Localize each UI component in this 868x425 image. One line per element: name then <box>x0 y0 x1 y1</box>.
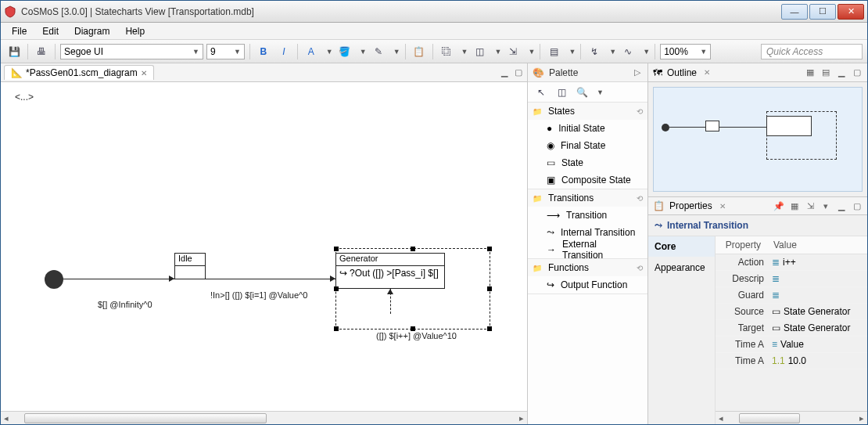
cursor-tool-icon[interactable]: ↖ <box>533 84 550 101</box>
chevron-down-icon[interactable]: ▼ <box>326 48 333 56</box>
prop-row-action[interactable]: Action≣i++ <box>716 254 867 271</box>
quick-access-input[interactable]: Quick Access <box>761 44 863 59</box>
palette-item-external-transition[interactable]: →External Transition <box>528 241 647 258</box>
fontsize-input[interactable] <box>210 46 231 57</box>
fontcolor-button[interactable]: A <box>303 43 320 60</box>
diagram-canvas[interactable]: <...> $[] @Infinity^0 Idle !In>[] ([]) $… <box>1 82 527 411</box>
line-style-button[interactable]: ∿ <box>619 43 637 60</box>
editor-tab[interactable]: 📐 *PassGen01.scm_diagram ✕ <box>4 65 154 80</box>
palette-group-functions[interactable]: 📁 Functions ⟲ <box>528 259 647 276</box>
chevron-down-icon[interactable]: ▼ <box>360 48 367 56</box>
palette-item-output-function[interactable]: ↪Output Function <box>528 276 647 294</box>
view-menu-icon[interactable]: ▾ <box>820 200 831 211</box>
layout-button[interactable]: ⿻ <box>438 43 455 60</box>
final-state-icon: ◉ <box>547 140 554 151</box>
scroll-thumb[interactable] <box>739 413 800 423</box>
edge-idle-generator[interactable] <box>206 279 335 279</box>
edge-initial-idle[interactable] <box>63 279 174 279</box>
maximize-view-icon[interactable]: ▢ <box>852 67 863 78</box>
outline-mode-icon[interactable]: ▦ <box>805 67 816 78</box>
palette-collapse-icon[interactable]: ▷ <box>632 67 643 78</box>
pin-icon[interactable]: 📌 <box>773 200 784 211</box>
copy-appearance-button[interactable]: 📋 <box>411 43 428 60</box>
prop-tab-core[interactable]: Core <box>648 236 715 258</box>
prop-row-source[interactable]: Source▭State Generator <box>716 304 867 320</box>
prop-row-time-a-type[interactable]: Time A≡Value <box>716 337 867 353</box>
font-select[interactable]: ▼ <box>60 44 203 59</box>
properties-scrollbar[interactable]: ◂ ▸ <box>716 411 867 424</box>
state-idle[interactable]: Idle <box>174 253 206 279</box>
zoom-tool-icon[interactable]: 🔍 <box>573 84 590 101</box>
minimize-view-icon[interactable]: ▁ <box>836 67 847 78</box>
prop-row-guard[interactable]: Guard≣ <box>716 287 867 304</box>
arrow-icon <box>330 276 335 282</box>
chevron-down-icon[interactable]: ▼ <box>234 48 241 56</box>
prop-row-time-a-value[interactable]: Time A1.110.0 <box>716 353 867 369</box>
chevron-down-icon[interactable]: ▼ <box>609 48 616 56</box>
fillcolor-button[interactable]: 🪣 <box>336 43 353 60</box>
menu-help[interactable]: Help <box>119 24 151 38</box>
align-button[interactable]: ▤ <box>545 43 562 60</box>
select-button[interactable]: ◫ <box>472 43 489 60</box>
initial-state-node[interactable] <box>45 270 63 289</box>
close-tab-icon[interactable]: ✕ <box>701 67 712 78</box>
chevron-down-icon[interactable]: ▼ <box>569 48 576 56</box>
chevron-down-icon[interactable]: ▼ <box>597 88 604 96</box>
close-button[interactable]: ✕ <box>838 4 864 20</box>
font-input[interactable] <box>64 46 189 57</box>
palette-item-final-state[interactable]: ◉Final State <box>528 137 647 154</box>
italic-button[interactable]: I <box>275 43 292 60</box>
menu-edit[interactable]: Edit <box>36 24 65 38</box>
maximize-view-icon[interactable]: ▢ <box>513 67 524 78</box>
maximize-view-icon[interactable]: ▢ <box>852 200 863 211</box>
scroll-right-icon[interactable]: ▸ <box>856 412 867 423</box>
categories-icon[interactable]: ▦ <box>789 200 800 211</box>
prop-row-description[interactable]: Descrip≣ <box>716 271 867 287</box>
scroll-right-icon[interactable]: ▸ <box>516 412 527 423</box>
arrange-button[interactable]: ⇲ <box>504 43 522 60</box>
palette-group-transitions[interactable]: 📁 Transitions ⟲ <box>528 189 647 207</box>
save-icon[interactable]: 💾 <box>5 43 23 60</box>
palette-item-initial-state[interactable]: ●Initial State <box>528 120 647 137</box>
maximize-button[interactable]: ☐ <box>809 4 836 20</box>
text-value-icon: ≣ <box>772 257 780 268</box>
palette-item-transition[interactable]: ⟶Transition <box>528 207 647 224</box>
menu-file[interactable]: File <box>5 24 33 38</box>
chevron-down-icon[interactable]: ▼ <box>495 48 502 56</box>
minimize-button[interactable]: — <box>781 4 808 20</box>
zoom-select[interactable]: ▼ <box>660 44 711 59</box>
minimize-view-icon[interactable]: ▁ <box>499 67 510 78</box>
scroll-left-icon[interactable]: ◂ <box>716 412 726 423</box>
pin-icon[interactable]: ⟲ <box>637 194 643 203</box>
scroll-thumb[interactable] <box>24 413 267 423</box>
zoom-input[interactable] <box>664 46 697 57</box>
palette-item-state[interactable]: ▭State <box>528 154 647 171</box>
router-button[interactable]: ↯ <box>586 43 603 60</box>
chevron-down-icon[interactable]: ▼ <box>528 48 535 56</box>
minimize-view-icon[interactable]: ▁ <box>836 200 847 211</box>
outline-thumbnail[interactable] <box>653 87 863 192</box>
palette-group-states[interactable]: 📁 States ⟲ <box>528 103 647 120</box>
close-tab-icon[interactable]: ✕ <box>717 200 728 211</box>
pin-icon[interactable]: ⟲ <box>637 107 643 116</box>
advanced-icon[interactable]: ⇲ <box>805 200 816 211</box>
horizontal-scrollbar[interactable]: ◂ ▸ <box>1 411 527 424</box>
close-tab-icon[interactable]: ✕ <box>141 69 147 77</box>
pin-icon[interactable]: ⟲ <box>637 264 643 272</box>
print-icon[interactable]: 🖶 <box>33 43 50 60</box>
chevron-down-icon[interactable]: ▼ <box>393 48 400 56</box>
prop-tab-appearance[interactable]: Appearance <box>648 258 715 279</box>
chevron-down-icon[interactable]: ▼ <box>700 48 707 56</box>
menu-diagram[interactable]: Diagram <box>68 24 116 38</box>
scroll-left-icon[interactable]: ◂ <box>1 412 12 423</box>
outline-mode2-icon[interactable]: ▤ <box>820 67 831 78</box>
prop-row-target[interactable]: Target▭State Generator <box>716 320 867 337</box>
chevron-down-icon[interactable]: ▼ <box>192 48 199 56</box>
palette-item-composite-state[interactable]: ▣Composite State <box>528 171 647 189</box>
bold-button[interactable]: B <box>255 43 272 60</box>
marquee-tool-icon[interactable]: ◫ <box>553 84 570 101</box>
chevron-down-icon[interactable]: ▼ <box>643 48 650 56</box>
fontsize-select[interactable]: ▼ <box>206 44 245 59</box>
linecolor-button[interactable]: ✎ <box>370 43 387 60</box>
chevron-down-icon[interactable]: ▼ <box>461 48 468 56</box>
